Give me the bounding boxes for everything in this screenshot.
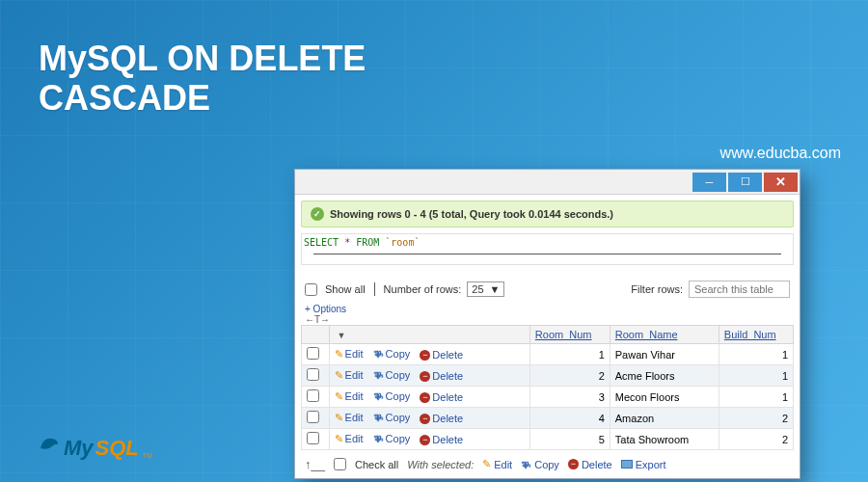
edit-button[interactable]: ✎Edit — [335, 390, 364, 403]
col-checkbox — [302, 326, 330, 344]
col-actions: ▼ — [329, 326, 529, 344]
col-room-name[interactable]: Room_Name — [610, 326, 719, 344]
website-link[interactable]: www.educba.com — [720, 145, 841, 162]
sql-query-display: SELECT * FROM `room` — [301, 233, 794, 265]
pencil-icon: ✎ — [482, 458, 491, 470]
mysql-logo: MySQL TM — [39, 436, 150, 461]
edit-button[interactable]: ✎Edit — [335, 412, 364, 424]
logo-tm: TM — [143, 452, 152, 459]
footer-edit-button[interactable]: ✎ Edit — [482, 458, 512, 470]
minimize-button[interactable]: ─ — [692, 173, 726, 192]
status-text: Showing rows 0 - 4 (5 total, Query took … — [330, 208, 613, 220]
delete-button[interactable]: −Delete — [420, 349, 463, 361]
cell-room-name: Mecon Floors — [610, 387, 719, 408]
copy-icon: ⅌ — [373, 433, 384, 444]
pencil-icon: ✎ — [335, 348, 343, 361]
results-table: ▼ Room_Num Room_Name Build_Num ✎Edit ⅌Co… — [301, 325, 794, 450]
maximize-button[interactable]: ☐ — [728, 173, 762, 192]
pencil-icon: ✎ — [335, 433, 343, 445]
query-status-bar: ✓ Showing rows 0 - 4 (5 total, Query too… — [301, 201, 794, 228]
cell-build-num: 2 — [719, 408, 793, 429]
delete-button[interactable]: −Delete — [420, 413, 463, 424]
dolphin-icon — [39, 435, 60, 457]
edit-button[interactable]: ✎Edit — [335, 433, 364, 445]
logo-my: My — [64, 436, 94, 461]
up-arrow-icon: ↑__ — [305, 457, 325, 471]
window-titlebar: ─ ☐ ✕ — [295, 170, 800, 195]
table-row: ✎Edit ⅌Copy −Delete 5 Tata Showroom 2 — [302, 429, 794, 450]
footer-export-button[interactable]: Export — [621, 459, 666, 470]
footer-delete-button[interactable]: − Delete — [568, 459, 612, 470]
copy-button[interactable]: ⅌Copy — [373, 369, 411, 381]
minus-circle-icon: − — [420, 414, 430, 424]
copy-icon: ⅌ — [373, 412, 384, 423]
delete-button[interactable]: −Delete — [420, 370, 463, 382]
export-icon — [621, 460, 633, 469]
cell-build-num: 2 — [719, 429, 793, 450]
table-row: ✎Edit ⅌Copy −Delete 2 Acme Floors 1 — [302, 365, 794, 387]
cell-room-num: 3 — [529, 387, 610, 408]
col-room-num[interactable]: Room_Num — [529, 326, 610, 344]
pencil-icon: ✎ — [335, 412, 343, 424]
delete-button[interactable]: −Delete — [420, 434, 463, 445]
cell-room-name: Acme Floors — [610, 365, 719, 387]
show-all-label: Show all — [325, 283, 366, 295]
close-button[interactable]: ✕ — [764, 173, 798, 192]
copy-button[interactable]: ⅌Copy — [373, 390, 411, 402]
cell-build-num: 1 — [719, 344, 793, 365]
filter-rows-label: Filter rows: — [631, 283, 683, 295]
check-all-checkbox[interactable] — [334, 458, 346, 470]
copy-icon: ⅌ — [373, 369, 384, 381]
cell-room-num: 4 — [529, 408, 610, 429]
col-build-num[interactable]: Build_Num — [719, 326, 793, 344]
edit-button[interactable]: ✎Edit — [335, 348, 364, 361]
minus-circle-icon: − — [420, 350, 430, 361]
cell-build-num: 1 — [719, 387, 793, 408]
row-checkbox[interactable] — [307, 389, 319, 402]
minus-circle-icon: − — [568, 459, 579, 469]
copy-icon: ⅌ — [373, 390, 384, 402]
minus-circle-icon: − — [420, 435, 430, 445]
with-selected-label: With selected: — [407, 459, 474, 470]
cell-build-num: 1 — [719, 365, 793, 387]
table-footer: ↑__ Check all With selected: ✎ Edit ⅌ Co… — [295, 450, 800, 478]
row-checkbox[interactable] — [307, 347, 319, 360]
edit-button[interactable]: ✎Edit — [335, 369, 364, 382]
pencil-icon: ✎ — [335, 390, 343, 403]
copy-button[interactable]: ⅌Copy — [373, 348, 411, 360]
cell-room-num: 2 — [529, 365, 610, 387]
minus-circle-icon: − — [420, 371, 430, 382]
row-checkbox[interactable] — [307, 432, 319, 444]
delete-button[interactable]: −Delete — [420, 391, 463, 403]
cell-room-num: 5 — [529, 429, 610, 450]
minus-circle-icon: − — [420, 392, 430, 403]
chevron-down-icon: ▼ — [490, 283, 501, 295]
filter-rows-input[interactable] — [689, 281, 790, 298]
cell-room-name: Tata Showroom — [610, 429, 719, 450]
check-all-label: Check all — [355, 459, 398, 470]
row-checkbox[interactable] — [307, 368, 319, 381]
copy-icon: ⅌ — [521, 459, 531, 470]
logo-sql: SQL — [95, 436, 139, 461]
toolbar-separator — [374, 282, 375, 296]
table-row: ✎Edit ⅌Copy −Delete 1 Pawan Vihar 1 — [302, 344, 794, 365]
success-icon: ✓ — [311, 207, 324, 221]
phpmyadmin-window: ─ ☐ ✕ ✓ Showing rows 0 - 4 (5 total, Que… — [294, 169, 800, 479]
num-rows-select[interactable]: 25 ▼ — [467, 281, 504, 297]
copy-icon: ⅌ — [373, 348, 384, 360]
show-all-checkbox[interactable] — [305, 283, 317, 296]
options-toggle[interactable]: + Options — [295, 302, 800, 314]
cell-room-name: Pawan Vihar — [610, 344, 719, 365]
row-checkbox[interactable] — [307, 411, 319, 423]
page-title: MySQL ON DELETE CASCADE — [39, 39, 366, 119]
cell-room-num: 1 — [529, 344, 610, 365]
footer-copy-button[interactable]: ⅌ Copy — [521, 459, 559, 470]
table-row: ✎Edit ⅌Copy −Delete 4 Amazon 2 — [302, 408, 794, 429]
copy-button[interactable]: ⅌Copy — [373, 433, 411, 444]
results-toolbar: Show all Number of rows: 25 ▼ Filter row… — [295, 273, 800, 302]
pencil-icon: ✎ — [335, 369, 343, 382]
table-row: ✎Edit ⅌Copy −Delete 3 Mecon Floors 1 — [302, 387, 794, 408]
sort-arrows: ←T→ — [295, 314, 800, 325]
cell-room-name: Amazon — [610, 408, 719, 429]
copy-button[interactable]: ⅌Copy — [373, 412, 411, 423]
